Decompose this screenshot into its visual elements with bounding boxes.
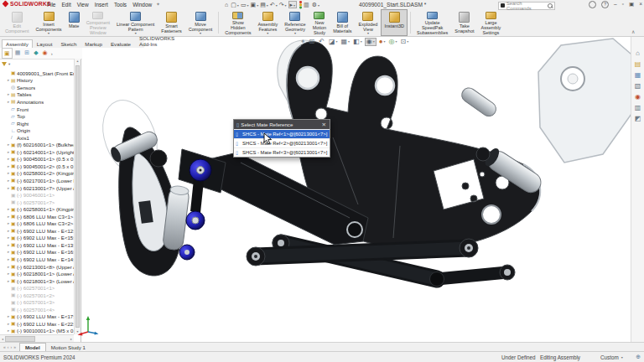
tree-item[interactable]: ▸ ▣ (-) 60217001<1> (Lower Frame xyxy=(0,177,74,184)
task-pane-icon[interactable]: ▤ xyxy=(635,61,641,68)
ribbon-button[interactable]: Take Snapshot xyxy=(451,9,477,36)
tree-item[interactable]: ▸ ▣ (-) 6902 LLU Max - E<12> (D 1: xyxy=(0,227,74,235)
quick-access-icon[interactable]: ▤▾ xyxy=(260,2,268,8)
view-tool-icon[interactable]: ▦▾ xyxy=(340,39,351,45)
ribbon-button[interactable]: Large Assembly Settings xyxy=(478,9,505,36)
tree-item[interactable]: ▣ (-) 60257001<1> xyxy=(0,284,74,292)
ribbon-collapse-icon[interactable]: ∧ xyxy=(631,28,635,34)
tree-item[interactable]: ▸ ▣ (-) 60258001<1> (Kingpin Spac xyxy=(0,205,74,213)
menu-item[interactable]: Window xyxy=(132,2,152,8)
tree-item[interactable]: ▸ ▣ (-) 6902 LLU Max - E<14> (D 1: xyxy=(0,256,74,263)
ribbon-tab[interactable]: Evaluate xyxy=(106,39,135,49)
window-control-icon[interactable]: × xyxy=(639,2,642,8)
close-icon[interactable]: ✕ xyxy=(321,122,327,128)
ribbon-button[interactable]: New Motion Study xyxy=(309,9,330,36)
quick-access-icon[interactable]: ▣▾ xyxy=(251,2,259,8)
tree-item[interactable]: ▸ ▣ (-) 6902 LLU Max - E<15> (D 1: xyxy=(0,235,74,242)
scrollbar-thumb[interactable] xyxy=(75,65,80,328)
tree-item[interactable]: ▸ ▣ (-) 90010001<1> (M5 x 0.8 x 14 xyxy=(0,328,74,335)
task-pane-icon[interactable]: ▧ xyxy=(635,83,641,90)
task-pane-icon[interactable]: ▥ xyxy=(635,105,641,111)
tree-item[interactable]: ▸ ▣ (-) 60213001<7> (Upper Articu xyxy=(0,184,74,192)
task-pane-icon[interactable]: ▦ xyxy=(635,72,641,79)
panel-tab-icon[interactable]: ⊞ xyxy=(23,48,31,59)
tree-filter[interactable]: ▾ xyxy=(2,59,10,68)
quick-access-icon[interactable]: ⌂ xyxy=(225,2,229,8)
pin-menu-icon[interactable]: ✦ xyxy=(156,1,160,7)
menu-item[interactable]: Edit xyxy=(61,2,70,8)
graphics-viewport[interactable] xyxy=(81,37,644,342)
tree-item[interactable]: ▸ ▣ (-) 6902 LLU Max - E<22> (D 1: xyxy=(0,320,74,328)
window-control-icon[interactable]: ▣ xyxy=(629,2,634,8)
ribbon-tab[interactable]: Markup xyxy=(80,39,106,49)
quick-access-icon[interactable]: ▢▾ xyxy=(231,2,239,8)
quick-access-icon[interactable]: ↷▾ xyxy=(279,2,287,8)
globe-icon[interactable]: ⊕ xyxy=(636,354,641,360)
tree-item[interactable]: ▸ ▣ (-) 60258001<2> (Kingpin Spac xyxy=(0,170,74,178)
tab-scroll-icon[interactable]: « xyxy=(3,344,6,349)
tree-item[interactable]: ▸ ▣ (-) 60213001<8> (Upper Articu xyxy=(0,263,74,271)
scroll-up-icon[interactable]: ▴ xyxy=(75,59,80,64)
quick-access-icon[interactable]: ▸▾ xyxy=(288,1,298,8)
tree-item[interactable]: ▸ ▣ (-) 6806 LLU Max C3<2> (Beari xyxy=(0,220,74,227)
task-pane-icon[interactable]: ⌂ xyxy=(636,50,640,57)
tree-item[interactable]: ▣ (-) 60257001<4> xyxy=(0,306,74,313)
task-pane-icon[interactable]: ◩ xyxy=(635,116,641,122)
view-tool-icon[interactable]: ⌖ xyxy=(300,39,307,45)
quick-access-icon[interactable]: ▭▾ xyxy=(241,2,249,8)
panel-tab-icon[interactable]: ◆ xyxy=(32,48,39,59)
ribbon-button[interactable]: Bill of Materials xyxy=(330,9,355,36)
ribbon-button[interactable]: Component Preview Window xyxy=(83,9,113,36)
ribbon-button[interactable]: Move Component ▾ xyxy=(185,9,216,36)
tab-model[interactable]: Model xyxy=(19,343,46,351)
ribbon-button[interactable]: Mate xyxy=(65,9,83,36)
ribbon-button[interactable]: Linear Component Pattern ▾ xyxy=(113,9,158,36)
tab-motion-study[interactable]: Motion Study 1 xyxy=(46,344,91,351)
tree-item[interactable]: ▱ Front xyxy=(0,106,74,113)
ribbon-button[interactable]: Instant3D xyxy=(381,9,408,36)
window-control-icon[interactable]: – xyxy=(614,2,617,8)
ribbon-button[interactable]: Assembly Features ▾ xyxy=(254,9,281,36)
tree-vertical-scrollbar[interactable]: ▴ ▾ xyxy=(74,59,80,334)
window-control-icon[interactable]: ▫ xyxy=(622,2,624,8)
tab-scroll-icon[interactable]: › xyxy=(10,344,12,349)
ribbon-button[interactable]: Show Hidden Components xyxy=(221,9,254,36)
tree-item[interactable]: ▸ ▤ Tables xyxy=(0,91,74,99)
panel-tabs-more-icon[interactable]: › xyxy=(51,51,53,56)
tree-item[interactable]: ▣ (-) 60257001<7> xyxy=(0,199,74,206)
mate-reference-item[interactable]: ▯ SHCS - Mate Ref<3>@[60213001<7>] xyxy=(234,147,330,157)
tree-item[interactable]: ∟ Origin xyxy=(0,127,74,134)
tab-scroll-icon[interactable]: ‹ xyxy=(8,344,9,349)
tree-item[interactable]: ▣ 40099001_Start (Front End Sub Asse xyxy=(0,70,74,77)
tree-horizontal-scrollbar[interactable]: ◂ ▸ xyxy=(0,334,74,342)
ribbon-button[interactable]: Update SpeedPak Subassemblies xyxy=(413,9,451,36)
panel-tab-icon[interactable]: ▦ xyxy=(13,48,23,59)
tree-item[interactable]: ▸ ▣ (-) 60218001<1> (Lower AR Arm xyxy=(0,270,74,277)
tree-item[interactable]: ▣ (-) 60257001<2> xyxy=(0,292,74,299)
tree-item[interactable]: ▸ ▣ (-) 60214001<1> (Upright - Lef xyxy=(0,148,74,156)
quick-access-icon[interactable]: ⚙▾ xyxy=(312,2,319,8)
tree-item[interactable]: ▸ ▣ (-) 6902 LLU Max - E<16> (D 1: xyxy=(0,249,74,256)
ribbon-tab[interactable]: Assembly xyxy=(2,39,33,49)
task-pane-icon[interactable]: ◉ xyxy=(635,94,641,101)
tree-item[interactable]: ▣ (-) 60257001<3> xyxy=(0,299,74,307)
tree-item[interactable]: ▸ ▣ (f) 60216001<1> (Bulkhead) xyxy=(0,141,74,148)
ribbon-button[interactable]: Insert Components ▾ xyxy=(32,9,65,36)
tree-item[interactable]: ▱ Top xyxy=(0,112,74,120)
menu-item[interactable]: Insert xyxy=(95,2,108,8)
scrollbar-thumb[interactable] xyxy=(5,336,35,342)
ribbon-button[interactable]: Edit Component xyxy=(2,9,32,36)
tab-scroll-icon[interactable]: » xyxy=(13,344,16,349)
ribbon-tab[interactable]: Sketch xyxy=(56,39,80,49)
view-tool-icon[interactable]: ⊞ xyxy=(309,39,317,45)
tree-item[interactable]: ▸ ▣ (-) 6902 LLU Max - E<17> (D 1: xyxy=(0,313,74,321)
quick-access-icon[interactable]: ▥ xyxy=(304,2,310,8)
tree-item[interactable]: ▸ ▣ (-) 6806 LLU Max C3<1> (Beari xyxy=(0,213,74,220)
scroll-right-icon[interactable]: ▸ xyxy=(69,337,74,341)
status-custom-dropdown[interactable]: Custom ▾ xyxy=(600,354,623,360)
mate-reference-item[interactable]: ▯ SHCS - Mate Ref<1>@[60213001<7>] xyxy=(234,129,330,138)
tree-item[interactable]: / Axis1 xyxy=(0,134,74,142)
menu-item[interactable]: View xyxy=(77,2,89,8)
tree-item[interactable]: ▸ ▤ History xyxy=(0,77,74,85)
panel-tab-icon[interactable]: ▣ xyxy=(2,48,13,59)
